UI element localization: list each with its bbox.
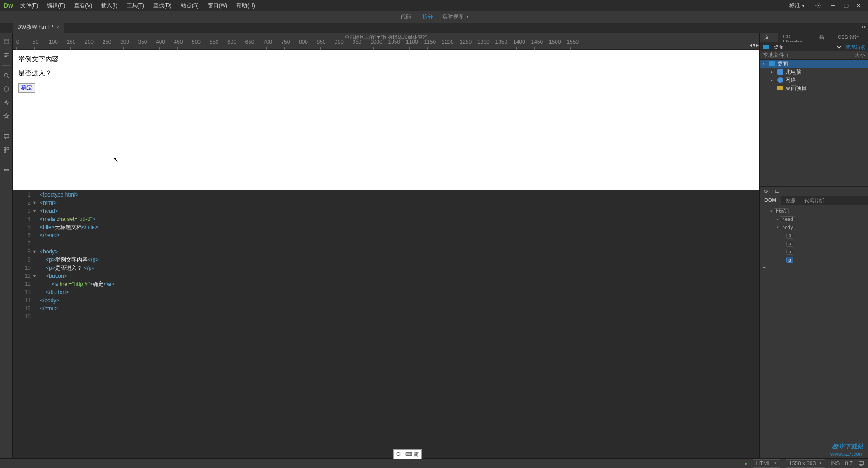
tab-title: DW教程.html [17, 23, 49, 31]
live-options-icon[interactable] [3, 51, 10, 59]
dom-tab-DOM[interactable]: DOM [760, 196, 781, 205]
dom-tree[interactable]: ▾html▸head▾bodyppap+ [760, 205, 868, 458]
preview-button-link[interactable]: 确定 [21, 84, 32, 91]
svg-rect-8 [859, 461, 864, 464]
more-tools-icon[interactable]: ••• [3, 167, 10, 174]
status-preview-icon[interactable] [858, 460, 864, 467]
svg-rect-7 [4, 150, 5, 152]
menu-窗口W[interactable]: 窗口(W) [204, 0, 231, 11]
right-panel-group: 文件CC Libraries插入CSS 设计器 桌面 管理站点 本地文件 ↑大小… [760, 33, 868, 458]
menu-查看V[interactable]: 查看(V) [71, 0, 96, 11]
dom-node[interactable]: a [760, 248, 868, 256]
expand-panels-icon[interactable]: ▸▸ [862, 24, 866, 29]
ruler[interactable]: 0501001502002503003504004505005506006507… [13, 42, 760, 50]
folder-yellow-icon [777, 86, 783, 90]
files-footer: ⟳ ⇆ [760, 186, 868, 196]
format-icon[interactable] [3, 112, 10, 120]
status-insert-mode[interactable]: INS [830, 460, 840, 467]
panel-tab-文件[interactable]: 文件 [760, 33, 778, 42]
watermark: 极光下载站 www.xz7.com [830, 443, 863, 457]
collapse-icon[interactable] [3, 85, 10, 93]
net-icon [777, 77, 783, 83]
document-tab[interactable]: DW教程.html* × [13, 22, 64, 33]
folder-blue-icon [769, 61, 775, 66]
sync-icon[interactable]: ⇆ [774, 188, 781, 195]
svg-rect-4 [4, 134, 9, 138]
status-error-indicator[interactable]: ● [744, 460, 747, 467]
preview-button[interactable]: 确定 [18, 83, 35, 93]
files-site-dropdown[interactable]: 桌面 [772, 44, 843, 50]
dom-node[interactable]: p [760, 239, 868, 248]
menu-items: 文件(F)编辑(E)查看(V)插入(I)工具(T)查找(D)站点(S)窗口(W)… [17, 0, 259, 11]
svg-rect-6 [7, 148, 9, 150]
menu-查找D[interactable]: 查找(D) [150, 0, 175, 11]
dom-node[interactable]: p [760, 231, 868, 239]
file-tree-item[interactable]: 桌面项目 [760, 84, 868, 92]
cursor-icon: ↖ [113, 156, 118, 163]
comment-icon[interactable] [3, 133, 10, 140]
code-editor[interactable]: 12▼3▼45678▼91011▼1213141516 <!doctype ht… [13, 190, 760, 458]
view-live-dropdown[interactable]: 实时视图▼ [442, 13, 469, 21]
settings-sync-icon[interactable] [812, 1, 824, 10]
files-panel-header: 桌面 管理站点 [760, 42, 868, 51]
workspace-switcher[interactable]: 标准▾ [786, 1, 808, 10]
folder-icon [763, 45, 769, 49]
file-tree-item[interactable]: ▾桌面 [760, 60, 868, 68]
file-tree-item[interactable]: ▸此电脑 [760, 68, 868, 76]
dom-tab-代码片断[interactable]: 代码片断 [800, 196, 829, 205]
menu-工具T[interactable]: 工具(T) [123, 0, 148, 11]
preview-paragraph-1[interactable]: 举例文字内容 [18, 55, 754, 64]
svg-rect-5 [4, 148, 5, 150]
files-column-header[interactable]: 本地文件 ↑大小 [760, 51, 868, 60]
menu-帮助H[interactable]: 帮助(H) [233, 0, 259, 11]
inspect-icon[interactable] [3, 72, 10, 79]
file-manage-icon[interactable] [3, 38, 10, 45]
status-cursor-position: 8:7 [845, 460, 853, 467]
dom-node[interactable]: ▾html [760, 207, 868, 215]
panel-tab-插入[interactable]: 插入 [815, 33, 833, 42]
dom-icon[interactable] [3, 99, 10, 106]
manage-sites-link[interactable]: 管理站点 [845, 44, 865, 51]
menubar: Dw 文件(F)编辑(E)查看(V)插入(I)工具(T)查找(D)站点(S)窗口… [0, 0, 868, 11]
status-language-dropdown[interactable]: HTML▼ [753, 459, 780, 468]
dom-panel-tabs: DOM资源代码片断 [760, 196, 868, 205]
dom-add-icon[interactable]: + [760, 265, 766, 271]
dom-node[interactable]: p [760, 256, 868, 264]
maximize-button[interactable]: ▢ [840, 1, 852, 10]
snippet-icon[interactable] [3, 146, 10, 154]
app-logo: Dw [4, 2, 13, 9]
dom-tab-资源[interactable]: 资源 [781, 196, 800, 205]
svg-point-2 [4, 73, 8, 77]
status-viewport-dropdown[interactable]: 1558 x 393▼ [786, 459, 825, 468]
panel-tabs: 文件CC Libraries插入CSS 设计器 [760, 33, 868, 42]
menu-文件F[interactable]: 文件(F) [17, 0, 42, 11]
menu-编辑E[interactable]: 编辑(E) [43, 0, 69, 11]
minimize-button[interactable]: ─ [827, 1, 839, 10]
file-tree[interactable]: ▾桌面▸此电脑▸网络桌面项目 [760, 60, 868, 186]
dom-node[interactable]: ▸head [760, 215, 868, 223]
svg-rect-1 [4, 39, 9, 44]
menu-站点S[interactable]: 站点(S) [177, 0, 203, 11]
svg-point-0 [817, 5, 819, 6]
preview-paragraph-2[interactable]: 是否进入？ [18, 69, 754, 78]
view-toolbar: 代码 拆分 实时视图▼ [0, 11, 868, 23]
panel-tab-CSS 设计器[interactable]: CSS 设计器 [833, 33, 868, 42]
status-bar: ● HTML▼ 1558 x 393▼ INS 8:7 [0, 458, 868, 468]
left-toolbar: ••• [0, 33, 13, 458]
ime-indicator: CH ⌨ 简 [393, 449, 422, 459]
dom-node[interactable]: ▾body [760, 223, 868, 231]
close-button[interactable]: ✕ [853, 1, 864, 10]
file-tree-item[interactable]: ▸网络 [760, 76, 868, 84]
drive-icon [777, 69, 783, 75]
refresh-icon[interactable]: ⟳ [763, 188, 770, 195]
view-split-button[interactable]: 拆分 [420, 12, 435, 22]
menu-插入I[interactable]: 插入(I) [98, 0, 121, 11]
live-preview-pane[interactable]: 举例文字内容 是否进入？ 确定 ↖ [13, 50, 760, 190]
document-tab-bar: DW教程.html* × ▸▸ [0, 23, 868, 33]
svg-point-3 [4, 87, 9, 92]
panel-tab-CC Libraries[interactable]: CC Libraries [778, 33, 814, 42]
tab-close-icon[interactable]: × [57, 25, 59, 30]
view-code-button[interactable]: 代码 [399, 12, 413, 22]
ruler-marker-icon[interactable]: ◂▼▸ [750, 42, 759, 47]
